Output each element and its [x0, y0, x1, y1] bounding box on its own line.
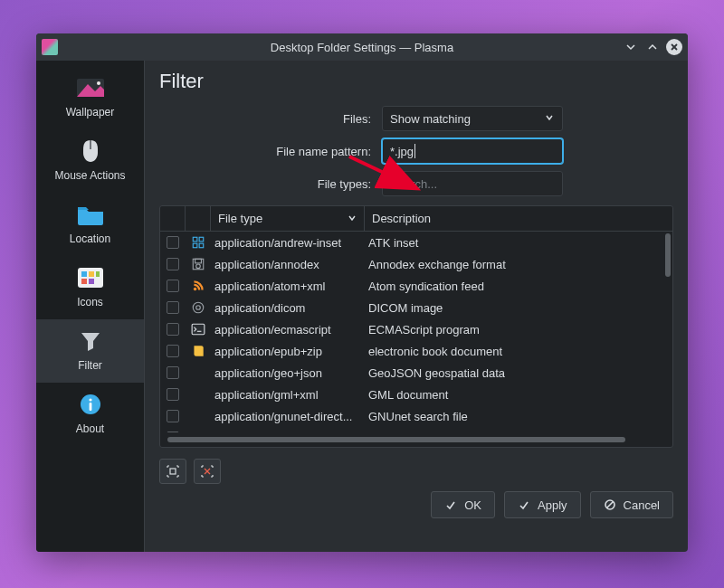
vertical-scrollbar[interactable]: [665, 233, 671, 277]
row-checkbox[interactable]: [160, 236, 186, 249]
row-description: GPX geographic data: [365, 432, 672, 433]
svg-point-22: [194, 288, 196, 290]
sidebar-item-icons[interactable]: Icons: [36, 256, 144, 319]
svg-rect-27: [170, 469, 176, 474]
pattern-value: *.jpg: [390, 145, 414, 158]
svg-point-13: [89, 398, 91, 401]
cancel-label: Cancel: [624, 498, 660, 512]
window-title: Desktop Folder Settings — Plasma: [36, 41, 688, 54]
icons-icon: [75, 265, 106, 290]
page-title: Filter: [159, 70, 673, 93]
row-description: DICOM image: [365, 301, 672, 315]
sidebar-item-label: Location: [70, 232, 110, 245]
svg-rect-25: [192, 324, 205, 334]
table-row[interactable]: application/dicomDICOM image: [160, 297, 672, 318]
svg-rect-10: [81, 279, 87, 284]
apply-button[interactable]: Apply: [504, 491, 581, 518]
sidebar-item-about[interactable]: About: [36, 383, 144, 446]
svg-point-24: [196, 306, 201, 310]
minimize-button[interactable]: [623, 39, 639, 55]
row-filetype: application/ecmascript: [211, 323, 365, 337]
table-row[interactable]: application/ecmascriptECMAScript program: [160, 318, 672, 340]
table-row[interactable]: application/gpx+xmlGPX geographic data: [160, 427, 672, 432]
files-label: Files:: [159, 112, 376, 126]
row-checkbox[interactable]: [160, 301, 186, 314]
svg-line-47: [606, 502, 613, 508]
row-checkbox[interactable]: [160, 388, 186, 401]
table-row[interactable]: application/atom+xmlAtom syndication fee…: [160, 275, 672, 297]
row-filetype: application/gml+xml: [211, 388, 365, 402]
svg-point-21: [196, 264, 201, 269]
row-description: GML document: [365, 388, 672, 402]
select-all-button[interactable]: [159, 459, 186, 484]
files-select-value: Show matching: [390, 112, 471, 126]
window-buttons: [623, 39, 682, 55]
sidebar-item-wallpaper[interactable]: Wallpaper: [36, 66, 144, 129]
maximize-button[interactable]: [644, 39, 661, 55]
svg-rect-15: [193, 237, 197, 242]
mime-icon: [186, 279, 211, 293]
svg-point-23: [193, 302, 203, 312]
sidebar: Wallpaper Mouse Actions Location Icons: [36, 61, 145, 552]
table-row[interactable]: application/gnunet-direct...GNUnet searc…: [160, 405, 672, 427]
row-checkbox[interactable]: [160, 258, 186, 270]
row-filetype: application/annodex: [211, 258, 365, 271]
row-checkbox[interactable]: [160, 366, 186, 379]
table-row[interactable]: application/geo+jsonGeoJSON geospatial d…: [160, 362, 672, 384]
cancel-button[interactable]: Cancel: [590, 491, 673, 518]
svg-rect-11: [89, 279, 94, 284]
header-description-label: Description: [372, 212, 431, 225]
row-checkbox[interactable]: [160, 432, 186, 432]
close-button[interactable]: [666, 39, 682, 55]
svg-point-4: [97, 81, 100, 85]
row-description: Atom syndication feed: [365, 280, 672, 293]
mime-icon: [186, 344, 211, 358]
apply-label: Apply: [538, 498, 567, 512]
row-filetype: application/gpx+xml: [211, 432, 365, 433]
row-checkbox[interactable]: [160, 323, 186, 336]
header-icon-col: [186, 206, 211, 231]
ok-button[interactable]: OK: [431, 491, 495, 518]
svg-rect-20: [195, 259, 202, 263]
selection-buttons: [159, 459, 673, 484]
main-panel: Filter Files: Show matching File name pa…: [145, 61, 688, 552]
table-row[interactable]: application/epub+zipelectronic book docu…: [160, 340, 672, 362]
row-checkbox[interactable]: [160, 410, 186, 422]
deselect-all-button[interactable]: [194, 459, 221, 484]
horizontal-scrollbar[interactable]: [167, 437, 625, 442]
types-search-input[interactable]: Search...: [382, 171, 563, 196]
table-row[interactable]: application/andrew-insetATK inset: [160, 232, 672, 253]
sidebar-item-label: About: [76, 422, 104, 435]
header-checkbox-col[interactable]: [160, 206, 186, 231]
table-body[interactable]: application/andrew-insetATK insetapplica…: [160, 232, 672, 432]
row-filetype: application/dicom: [211, 301, 365, 315]
sidebar-item-mouse-actions[interactable]: Mouse Actions: [36, 129, 144, 193]
sidebar-item-filter[interactable]: Filter: [36, 319, 144, 383]
filter-form: Files: Show matching File name pattern: …: [159, 106, 673, 196]
row-checkbox[interactable]: [160, 280, 186, 292]
svg-rect-7: [81, 271, 87, 277]
row-description: Annodex exchange format: [365, 258, 672, 271]
row-checkbox[interactable]: [160, 345, 186, 357]
pattern-input[interactable]: *.jpg: [382, 138, 563, 164]
table-row[interactable]: application/annodexAnnodex exchange form…: [160, 253, 672, 275]
table-row[interactable]: application/gml+xmlGML document: [160, 384, 672, 405]
mime-icon: [186, 257, 211, 271]
ok-label: OK: [464, 498, 481, 512]
row-description: ATK inset: [365, 236, 672, 250]
header-description[interactable]: Description: [365, 206, 672, 231]
row-filetype: application/andrew-inset: [211, 236, 365, 250]
horizontal-scroll-track[interactable]: [160, 432, 672, 447]
row-description: electronic book document: [365, 345, 672, 358]
mime-icon: [186, 322, 211, 337]
text-cursor: [414, 144, 415, 158]
svg-rect-16: [199, 237, 204, 242]
pattern-label: File name pattern:: [159, 145, 376, 158]
mime-icon: [186, 300, 211, 315]
table-header: File type Description: [160, 206, 672, 232]
row-filetype: application/epub+zip: [211, 345, 365, 358]
sidebar-item-location[interactable]: Location: [36, 193, 144, 256]
dialog-footer: OK Apply Cancel: [159, 491, 673, 518]
header-filetype[interactable]: File type: [211, 206, 365, 231]
files-select[interactable]: Show matching: [382, 106, 563, 131]
